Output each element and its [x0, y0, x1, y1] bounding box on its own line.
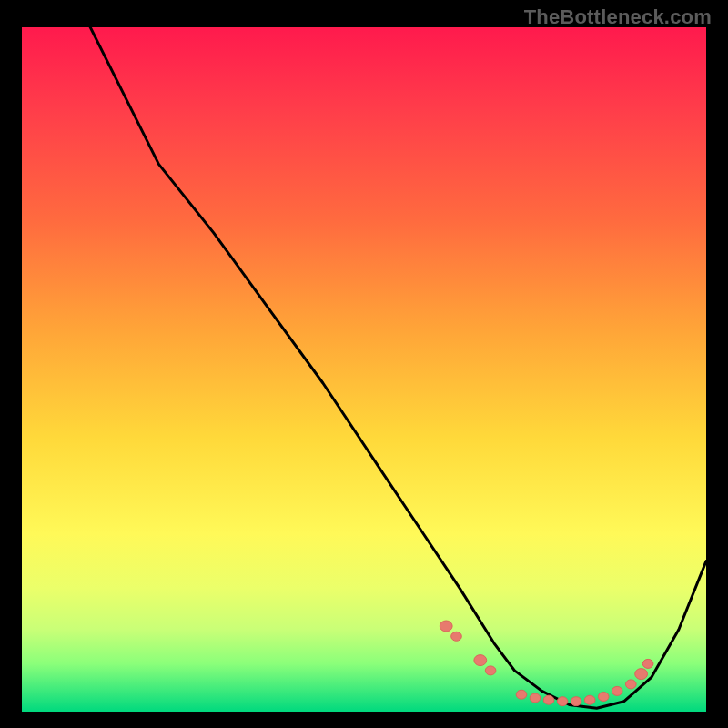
- marker-point: [543, 695, 554, 704]
- marker-point: [440, 621, 452, 632]
- marker-point: [598, 693, 609, 702]
- marker-point: [530, 693, 541, 703]
- marker-point: [516, 690, 527, 699]
- chart-svg: [22, 27, 706, 712]
- marker-point: [571, 697, 581, 706]
- marker-point: [474, 655, 487, 666]
- marker-point: [557, 697, 568, 706]
- chart-frame: TheBottleneck.com: [0, 0, 728, 728]
- marker-point: [584, 695, 595, 704]
- marker-point: [626, 680, 637, 689]
- bottleneck-curve: [22, 27, 706, 708]
- plot-area: [22, 27, 706, 712]
- marker-point: [635, 669, 648, 680]
- marker-point: [642, 659, 653, 668]
- marker-point: [612, 686, 622, 695]
- marker-point: [485, 666, 496, 675]
- curve-layer: [22, 27, 706, 708]
- watermark-text: TheBottleneck.com: [524, 5, 712, 29]
- marker-point: [451, 632, 462, 641]
